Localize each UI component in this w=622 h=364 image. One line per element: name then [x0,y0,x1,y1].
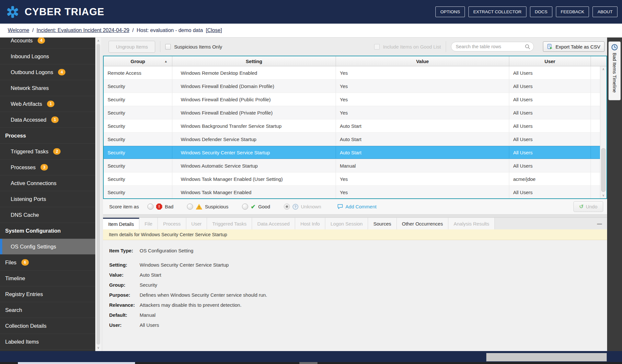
tab-item-details[interactable]: Item Details [103,218,139,229]
breadcrumb-incident-link[interactable]: Incident: Evaluation Incident 2024-04-29 [37,28,129,33]
sidebar-item-listening-ports[interactable]: Listening Ports [0,191,95,207]
table-row[interactable]: Security Windows Firewall Enabled (Publi… [104,93,606,106]
breadcrumb-close-link[interactable]: [Close] [206,28,222,33]
include-good-checkbox-group: Include Items on Good List [374,44,441,50]
table-row[interactable]: Security Windows Automatic Service Start… [104,159,606,172]
sidebar-item-labeled-items[interactable]: Labeled Items [0,334,95,350]
sidebar-item-network-shares[interactable]: Network Shares [0,80,95,96]
sidebar-item-accounts[interactable]: Accounts 4 [0,38,95,49]
score-option-suspicious: ! Suspicious [187,204,228,210]
table-row[interactable]: Security Windows Task Manager Enabled Ye… [104,186,606,199]
table-scroll-down-icon[interactable]: ∨ [600,193,606,198]
bad-radio[interactable] [147,204,154,210]
detail-field-purpose: Purpose: Defines when Windows Security C… [109,292,607,298]
sidebar-item-data-accessed[interactable]: Data Accessed 1 [0,112,95,128]
sidebar-item-search[interactable]: Search [0,302,95,318]
column-header-user[interactable]: User [509,56,591,66]
tab-other-occurrences[interactable]: Other Occurrences [397,218,449,229]
toolbar-divider [446,41,446,52]
app-title: CYBER TRIAGE [25,6,104,18]
add-comment-link[interactable]: Add Comment [337,204,376,209]
score-item-as-label: Score item as [109,204,139,209]
detail-field-default: Default: Manual [109,312,607,318]
panel-splitter[interactable] [103,215,607,218]
sidebar-item-os-config-settings[interactable]: OS Config Settings [0,239,95,255]
ungroup-items-button[interactable]: Ungroup Items [109,41,155,53]
accounts-badge: 4 [38,38,45,44]
sidebar-item-active-connections[interactable]: Active Connections [0,175,95,191]
docs-button[interactable]: DOCS [530,6,552,17]
sidebar-item-timeline[interactable]: Timeline [0,270,95,286]
unknown-question-icon: ? [293,204,298,210]
sidebar-item-web-artifacts[interactable]: Web Artifacts 1 [0,96,95,112]
sidebar-scroll-up-icon[interactable]: ∧ [96,38,101,43]
include-good-checkbox[interactable] [374,44,380,50]
sidebar-item-triggered-tasks[interactable]: Triggered Tasks 2 [0,144,95,160]
suspicious-radio[interactable] [187,204,193,210]
suspicious-only-checkbox[interactable] [165,44,171,50]
table-row[interactable]: Security Windows Firewall Enabled (Domai… [104,80,606,93]
extract-collector-button[interactable]: EXTRACT COLLECTOR [468,6,526,17]
table-row-selected[interactable]: Security Windows Security Center Service… [104,146,606,159]
unknown-radio[interactable] [284,204,290,210]
sidebar-item-registry-entries[interactable]: Registry Entries [0,286,95,302]
bad-icon: ! [156,204,162,210]
taskbar-strip [0,362,622,364]
clock-icon [611,44,618,50]
sidebar-item-outbound-logons[interactable]: Outbound Logons 4 [0,64,95,80]
sidebar-item-collection-details[interactable]: Collection Details [0,318,95,334]
breadcrumb-welcome-link[interactable]: Welcome [8,28,29,33]
sidebar-item-files[interactable]: Files 6 [0,255,95,270]
minimize-panel-icon[interactable]: — [597,218,602,229]
options-button[interactable]: OPTIONS [435,6,465,17]
sidebar-scroll-down-icon[interactable]: ∨ [96,345,101,350]
sidebar-scroll-thumb[interactable] [97,44,100,345]
undo-button[interactable]: ↺ Undo [573,201,603,212]
breadcrumb: Welcome / Incident: Evaluation Incident … [0,24,622,38]
sidebar-nav: Accounts 4 Inbound Logons Outbound Logon… [0,38,95,351]
detail-field-setting: Setting: Windows Security Center Service… [109,262,607,268]
column-header-group[interactable]: Group ▲ [104,56,172,66]
right-panel-strip: Bad Items Timeline [607,38,622,351]
web-artifacts-badge: 1 [47,101,54,107]
detail-field-group: Group: Security [109,282,607,288]
detail-tabs: Item Details File Process User Triggered… [103,218,607,229]
tab-data-accessed: Data Accessed [252,218,295,229]
table-row[interactable]: Security Windows Task Manager Enabled (U… [104,172,606,186]
column-header-extra [591,56,606,66]
table-search-input[interactable] [456,44,525,49]
table-scroll-up-icon[interactable]: ∧ [600,67,606,72]
taskbar-segment [299,362,317,364]
item-details-pane: Item Type: OS Configuration Setting Sett… [103,240,607,351]
tab-file: File [139,218,158,229]
sidebar-section-system-configuration: System Configuration [0,223,95,239]
footer-status-box [486,353,607,361]
bad-items-timeline-tab[interactable]: Bad Items Timeline [608,41,621,100]
table-toolbar: Ungroup Items Suspicious Items Only Incl… [103,38,607,56]
export-csv-button[interactable]: Export Table as CSV [543,41,605,52]
tab-logon-session: Logon Session [325,218,368,229]
sidebar-item-processes[interactable]: Processes 3 [0,160,95,175]
app-header: CYBER TRIAGE OPTIONS EXTRACT COLLECTOR D… [0,0,622,24]
sidebar-item-inbound-logons[interactable]: Inbound Logons [0,49,95,64]
table-scrollbar[interactable]: ∧ ∨ [600,66,606,198]
detail-field-value: Value: Auto Start [109,272,607,278]
score-bar: Score item as ! Bad ! Suspicious ✔ Good … [103,199,607,215]
about-button[interactable]: ABOUT [593,6,617,17]
table-row[interactable]: Security Windows Background Transfer Ser… [104,119,606,133]
column-header-setting[interactable]: Setting [172,56,336,66]
table-scroll-thumb[interactable] [601,148,605,192]
include-good-label: Include Items on Good List [383,44,441,50]
table-row[interactable]: Security Windows Defender Service Startu… [104,133,606,146]
sidebar-scrollbar[interactable]: ∧ ∨ [95,38,101,351]
tab-triggered-tasks: Triggered Tasks [207,218,252,229]
cyber-triage-logo-icon [5,5,20,19]
good-radio[interactable] [242,204,248,210]
tab-sources[interactable]: Sources [368,218,397,229]
column-header-value[interactable]: Value [336,56,509,66]
table-row[interactable]: Security Windows Firewall Enabled (Priva… [104,106,606,119]
sidebar-item-dns-cache[interactable]: DNS Cache [0,207,95,223]
feedback-button[interactable]: FEEDBACK [556,6,589,17]
suspicious-only-label: Suspicious Items Only [174,44,222,50]
table-row[interactable]: Remote Access Windows Remote Desktop Ena… [104,66,606,80]
